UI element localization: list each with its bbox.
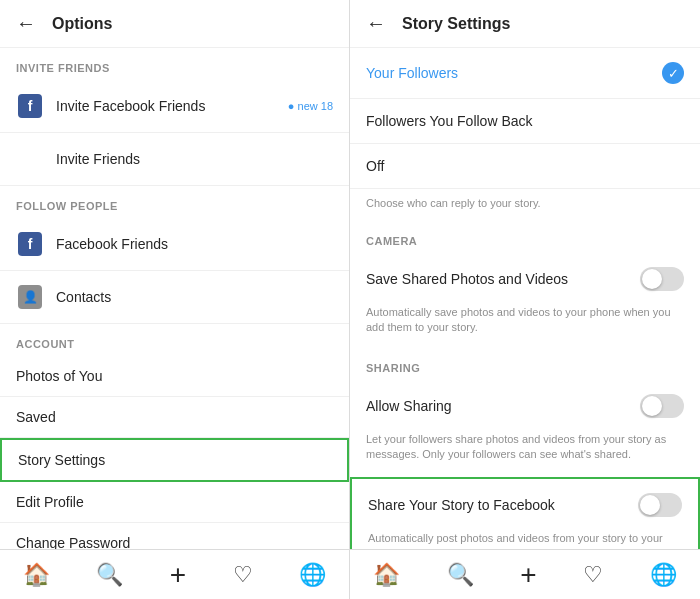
- left-globe-icon[interactable]: 🌐: [299, 562, 326, 588]
- save-photos-thumb: [642, 269, 662, 289]
- invite-badge: ● new 18: [288, 100, 333, 112]
- share-story-text: Share Your Story to Facebook: [368, 497, 638, 513]
- saved-text: Saved: [16, 409, 333, 425]
- allow-sharing-thumb: [642, 396, 662, 416]
- share-story-facebook-box: Share Your Story to Facebook Automatical…: [350, 477, 700, 549]
- save-photos-row: Save Shared Photos and Videos: [350, 253, 700, 305]
- left-add-icon[interactable]: +: [170, 559, 186, 591]
- invite-facebook-text: Invite Facebook Friends: [56, 98, 288, 114]
- section-invite-friends: INVITE FRIENDS: [0, 48, 349, 80]
- contacts-item[interactable]: 👤 Contacts: [0, 271, 349, 324]
- left-title: Options: [52, 15, 112, 33]
- followers-you-follow-back-option[interactable]: Followers You Follow Back: [350, 99, 700, 144]
- right-home-icon[interactable]: 🏠: [373, 562, 400, 588]
- back-icon-right[interactable]: ←: [366, 12, 386, 35]
- reply-hint: Choose who can reply to your story.: [350, 189, 700, 223]
- right-header: ← Story Settings: [350, 0, 700, 48]
- invite-facebook-friends-item[interactable]: f Invite Facebook Friends ● new 18: [0, 80, 349, 133]
- share-story-thumb: [640, 495, 660, 515]
- save-photos-hint: Automatically save photos and videos to …: [350, 305, 700, 350]
- facebook-friends-text: Facebook Friends: [56, 236, 333, 252]
- save-photos-toggle[interactable]: [640, 267, 684, 291]
- right-search-icon[interactable]: 🔍: [447, 562, 474, 588]
- right-globe-icon[interactable]: 🌐: [650, 562, 677, 588]
- right-nav: 🏠 🔍 + ♡ 🌐: [350, 550, 700, 599]
- contacts-icon: 👤: [16, 283, 44, 311]
- right-title: Story Settings: [402, 15, 510, 33]
- change-password-item[interactable]: Change Password: [0, 523, 349, 549]
- save-photos-text: Save Shared Photos and Videos: [366, 271, 640, 287]
- share-story-hint: Automatically post photos and videos fro…: [352, 531, 698, 549]
- change-password-text: Change Password: [16, 535, 333, 549]
- share-story-toggle[interactable]: [638, 493, 682, 517]
- facebook-icon: f: [16, 92, 44, 120]
- off-text: Off: [366, 158, 384, 174]
- sharing-section-label: SHARING: [350, 350, 700, 380]
- story-settings-text: Story Settings: [18, 452, 331, 468]
- camera-section-label: CAMERA: [350, 223, 700, 253]
- allow-sharing-hint: Let your followers share photos and vide…: [350, 432, 700, 477]
- section-account: ACCOUNT: [0, 324, 349, 356]
- photos-of-you-text: Photos of You: [16, 368, 333, 384]
- contacts-text: Contacts: [56, 289, 333, 305]
- right-heart-icon[interactable]: ♡: [583, 562, 603, 588]
- allow-sharing-text: Allow Sharing: [366, 398, 640, 414]
- saved-item[interactable]: Saved: [0, 397, 349, 438]
- allow-sharing-row: Allow Sharing: [350, 380, 700, 432]
- left-panel: ← Options INVITE FRIENDS f Invite Facebo…: [0, 0, 350, 549]
- invite-friends-icon: [16, 145, 44, 173]
- left-search-icon[interactable]: 🔍: [96, 562, 123, 588]
- edit-profile-item[interactable]: Edit Profile: [0, 482, 349, 523]
- your-followers-option[interactable]: Your Followers ✓: [350, 48, 700, 99]
- followers-you-follow-back-text: Followers You Follow Back: [366, 113, 533, 129]
- invite-friends-text: Invite Friends: [56, 151, 333, 167]
- right-panel: ← Story Settings Your Followers ✓ Follow…: [350, 0, 700, 549]
- facebook-friends-item[interactable]: f Facebook Friends: [0, 218, 349, 271]
- facebook-friends-icon: f: [16, 230, 44, 258]
- edit-profile-text: Edit Profile: [16, 494, 333, 510]
- invite-friends-item[interactable]: Invite Friends: [0, 133, 349, 186]
- left-heart-icon[interactable]: ♡: [233, 562, 253, 588]
- left-home-icon[interactable]: 🏠: [23, 562, 50, 588]
- checkmark-icon: ✓: [662, 62, 684, 84]
- off-option[interactable]: Off: [350, 144, 700, 189]
- right-add-icon[interactable]: +: [520, 559, 536, 591]
- bottom-nav: 🏠 🔍 + ♡ 🌐 🏠 🔍 + ♡ 🌐: [0, 549, 700, 599]
- story-settings-item[interactable]: Story Settings ←: [0, 438, 349, 482]
- allow-sharing-toggle[interactable]: [640, 394, 684, 418]
- left-nav: 🏠 🔍 + ♡ 🌐: [0, 550, 350, 599]
- section-follow-people: FOLLOW PEOPLE: [0, 186, 349, 218]
- share-story-row: Share Your Story to Facebook: [352, 479, 698, 531]
- your-followers-text: Your Followers: [366, 65, 458, 81]
- back-icon-left[interactable]: ←: [16, 12, 36, 35]
- left-header: ← Options: [0, 0, 349, 48]
- photos-of-you-item[interactable]: Photos of You: [0, 356, 349, 397]
